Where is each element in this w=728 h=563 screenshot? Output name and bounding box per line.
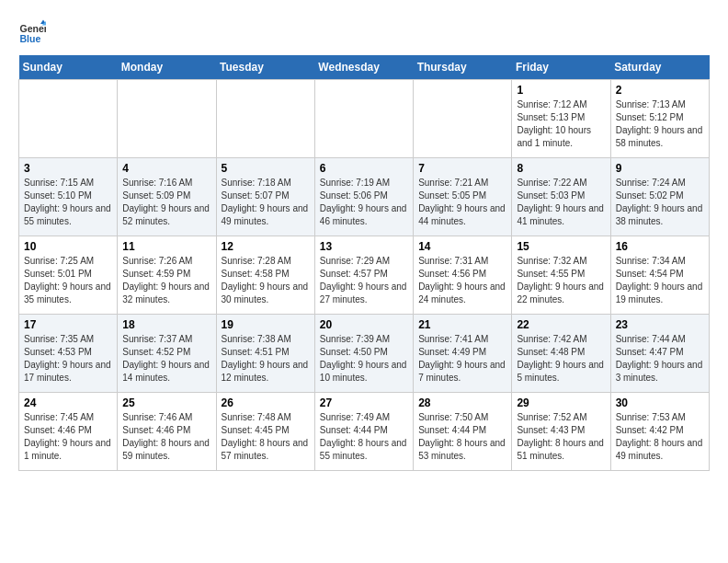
day-number: 3	[24, 162, 112, 175]
calendar-cell: 6Sunrise: 7:19 AM Sunset: 5:06 PM Daylig…	[314, 158, 413, 236]
day-number: 28	[418, 396, 506, 409]
calendar-cell: 11Sunrise: 7:26 AM Sunset: 4:59 PM Dayli…	[118, 236, 216, 315]
calendar-cell	[414, 80, 512, 158]
day-info: Sunrise: 7:26 AM Sunset: 4:59 PM Dayligh…	[122, 255, 210, 306]
day-info: Sunrise: 7:52 AM Sunset: 4:43 PM Dayligh…	[517, 411, 605, 463]
week-row-2: 3Sunrise: 7:15 AM Sunset: 5:10 PM Daylig…	[19, 158, 710, 236]
calendar-cell: 24Sunrise: 7:45 AM Sunset: 4:46 PM Dayli…	[19, 393, 118, 471]
header-thursday: Thursday	[414, 55, 512, 80]
header-friday: Friday	[512, 55, 610, 80]
day-info: Sunrise: 7:34 AM Sunset: 4:54 PM Dayligh…	[616, 255, 704, 306]
day-info: Sunrise: 7:35 AM Sunset: 4:53 PM Dayligh…	[24, 333, 112, 385]
day-number: 26	[222, 396, 310, 409]
day-info: Sunrise: 7:49 AM Sunset: 4:44 PM Dayligh…	[320, 411, 408, 463]
calendar-cell: 4Sunrise: 7:16 AM Sunset: 5:09 PM Daylig…	[118, 158, 216, 236]
week-row-1: 1Sunrise: 7:12 AM Sunset: 5:13 PM Daylig…	[19, 80, 710, 158]
day-info: Sunrise: 7:13 AM Sunset: 5:12 PM Dayligh…	[616, 98, 704, 150]
day-info: Sunrise: 7:37 AM Sunset: 4:52 PM Dayligh…	[122, 333, 210, 385]
day-number: 9	[616, 162, 704, 175]
day-number: 24	[24, 396, 112, 409]
day-number: 11	[122, 240, 210, 253]
logo: General Blue	[18, 18, 50, 46]
calendar-cell: 22Sunrise: 7:42 AM Sunset: 4:48 PM Dayli…	[512, 315, 610, 393]
day-number: 5	[222, 162, 310, 175]
day-info: Sunrise: 7:22 AM Sunset: 5:03 PM Dayligh…	[517, 177, 605, 228]
day-info: Sunrise: 7:18 AM Sunset: 5:07 PM Dayligh…	[222, 177, 310, 228]
day-info: Sunrise: 7:46 AM Sunset: 4:46 PM Dayligh…	[122, 411, 210, 463]
day-info: Sunrise: 7:19 AM Sunset: 5:06 PM Dayligh…	[320, 177, 408, 228]
calendar-cell: 23Sunrise: 7:44 AM Sunset: 4:47 PM Dayli…	[610, 315, 709, 393]
day-number: 16	[616, 240, 704, 253]
calendar-cell: 7Sunrise: 7:21 AM Sunset: 5:05 PM Daylig…	[414, 158, 512, 236]
calendar-cell: 26Sunrise: 7:48 AM Sunset: 4:45 PM Dayli…	[216, 393, 314, 471]
day-info: Sunrise: 7:39 AM Sunset: 4:50 PM Dayligh…	[320, 333, 408, 385]
day-number: 27	[320, 396, 408, 409]
calendar-cell: 15Sunrise: 7:32 AM Sunset: 4:55 PM Dayli…	[512, 236, 610, 315]
calendar-cell: 30Sunrise: 7:53 AM Sunset: 4:42 PM Dayli…	[610, 393, 709, 471]
day-number: 1	[517, 84, 605, 97]
day-number: 14	[418, 240, 506, 253]
day-info: Sunrise: 7:48 AM Sunset: 4:45 PM Dayligh…	[222, 411, 310, 463]
day-info: Sunrise: 7:16 AM Sunset: 5:09 PM Dayligh…	[122, 177, 210, 228]
calendar-cell: 20Sunrise: 7:39 AM Sunset: 4:50 PM Dayli…	[314, 315, 413, 393]
calendar-cell: 17Sunrise: 7:35 AM Sunset: 4:53 PM Dayli…	[19, 315, 118, 393]
day-number: 29	[517, 396, 605, 409]
calendar-cell: 9Sunrise: 7:24 AM Sunset: 5:02 PM Daylig…	[610, 158, 709, 236]
calendar-cell: 28Sunrise: 7:50 AM Sunset: 4:44 PM Dayli…	[414, 393, 512, 471]
day-info: Sunrise: 7:25 AM Sunset: 5:01 PM Dayligh…	[24, 255, 112, 306]
logo-icon: General Blue	[18, 18, 46, 46]
svg-text:Blue: Blue	[20, 33, 41, 44]
header-row: SundayMondayTuesdayWednesdayThursdayFrid…	[19, 55, 710, 80]
calendar-cell	[118, 80, 216, 158]
day-info: Sunrise: 7:28 AM Sunset: 4:58 PM Dayligh…	[222, 255, 310, 306]
day-info: Sunrise: 7:12 AM Sunset: 5:13 PM Dayligh…	[517, 98, 605, 150]
week-row-4: 17Sunrise: 7:35 AM Sunset: 4:53 PM Dayli…	[19, 315, 710, 393]
day-info: Sunrise: 7:38 AM Sunset: 4:51 PM Dayligh…	[222, 333, 310, 385]
header-monday: Monday	[118, 55, 216, 80]
day-number: 18	[122, 318, 210, 331]
day-number: 10	[24, 240, 112, 253]
day-number: 22	[517, 318, 605, 331]
calendar-cell: 21Sunrise: 7:41 AM Sunset: 4:49 PM Dayli…	[414, 315, 512, 393]
header-sunday: Sunday	[19, 55, 118, 80]
day-info: Sunrise: 7:32 AM Sunset: 4:55 PM Dayligh…	[517, 255, 605, 306]
calendar-cell: 8Sunrise: 7:22 AM Sunset: 5:03 PM Daylig…	[512, 158, 610, 236]
calendar-cell	[19, 80, 118, 158]
day-number: 13	[320, 240, 408, 253]
day-number: 25	[122, 396, 210, 409]
calendar-cell: 13Sunrise: 7:29 AM Sunset: 4:57 PM Dayli…	[314, 236, 413, 315]
calendar-cell: 2Sunrise: 7:13 AM Sunset: 5:12 PM Daylig…	[610, 80, 709, 158]
header-saturday: Saturday	[610, 55, 709, 80]
calendar-cell: 5Sunrise: 7:18 AM Sunset: 5:07 PM Daylig…	[216, 158, 314, 236]
calendar-table: SundayMondayTuesdayWednesdayThursdayFrid…	[18, 55, 710, 471]
day-info: Sunrise: 7:24 AM Sunset: 5:02 PM Dayligh…	[616, 177, 704, 228]
calendar-cell: 16Sunrise: 7:34 AM Sunset: 4:54 PM Dayli…	[610, 236, 709, 315]
day-info: Sunrise: 7:29 AM Sunset: 4:57 PM Dayligh…	[320, 255, 408, 306]
day-info: Sunrise: 7:31 AM Sunset: 4:56 PM Dayligh…	[418, 255, 506, 306]
calendar-cell: 25Sunrise: 7:46 AM Sunset: 4:46 PM Dayli…	[118, 393, 216, 471]
calendar-cell: 14Sunrise: 7:31 AM Sunset: 4:56 PM Dayli…	[414, 236, 512, 315]
day-number: 23	[616, 318, 704, 331]
calendar-cell	[216, 80, 314, 158]
day-number: 19	[222, 318, 310, 331]
day-number: 20	[320, 318, 408, 331]
day-number: 2	[616, 84, 704, 97]
calendar-cell: 29Sunrise: 7:52 AM Sunset: 4:43 PM Dayli…	[512, 393, 610, 471]
header-wednesday: Wednesday	[314, 55, 413, 80]
calendar-cell	[314, 80, 413, 158]
day-info: Sunrise: 7:42 AM Sunset: 4:48 PM Dayligh…	[517, 333, 605, 385]
day-info: Sunrise: 7:15 AM Sunset: 5:10 PM Dayligh…	[24, 177, 112, 228]
day-number: 21	[418, 318, 506, 331]
day-number: 8	[517, 162, 605, 175]
calendar-cell: 10Sunrise: 7:25 AM Sunset: 5:01 PM Dayli…	[19, 236, 118, 315]
day-info: Sunrise: 7:53 AM Sunset: 4:42 PM Dayligh…	[616, 411, 704, 463]
calendar-cell: 18Sunrise: 7:37 AM Sunset: 4:52 PM Dayli…	[118, 315, 216, 393]
page-header: General Blue	[18, 18, 710, 46]
day-info: Sunrise: 7:41 AM Sunset: 4:49 PM Dayligh…	[418, 333, 506, 385]
day-number: 17	[24, 318, 112, 331]
day-number: 12	[222, 240, 310, 253]
week-row-5: 24Sunrise: 7:45 AM Sunset: 4:46 PM Dayli…	[19, 393, 710, 471]
day-info: Sunrise: 7:21 AM Sunset: 5:05 PM Dayligh…	[418, 177, 506, 228]
day-number: 7	[418, 162, 506, 175]
day-info: Sunrise: 7:50 AM Sunset: 4:44 PM Dayligh…	[418, 411, 506, 463]
